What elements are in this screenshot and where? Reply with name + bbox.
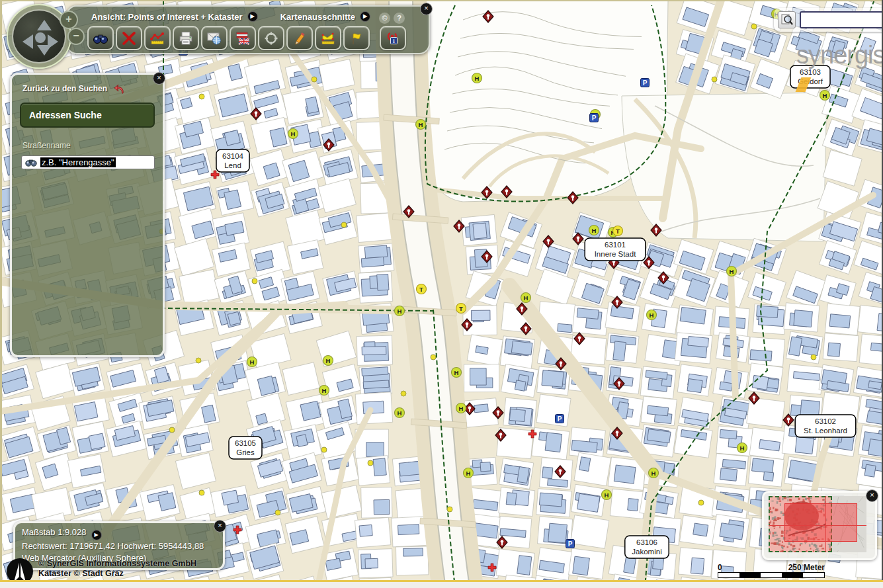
svg-text:H: H bbox=[650, 312, 654, 319]
transit-stop-marker[interactable]: H bbox=[456, 403, 466, 413]
taxi-stand-marker[interactable]: T bbox=[456, 304, 466, 314]
street-node-dot bbox=[811, 355, 816, 360]
pan-compass[interactable]: + − bbox=[7, 4, 87, 71]
parking-marker[interactable]: P bbox=[566, 540, 575, 548]
svg-text:H: H bbox=[398, 409, 402, 417]
transit-stop-marker[interactable]: H bbox=[472, 73, 482, 83]
main-toolbar: Ansicht: Points of Interest + Kataster ▶… bbox=[66, 5, 430, 54]
measure-distance-tool-icon bbox=[149, 31, 165, 46]
svg-text:63102: 63102 bbox=[815, 417, 836, 425]
street-node-dot bbox=[401, 391, 406, 396]
search-panel-title: Adressen Suche bbox=[20, 103, 155, 128]
svg-text:H: H bbox=[605, 491, 609, 499]
overview-close-button[interactable]: × bbox=[866, 489, 878, 502]
svg-text:P: P bbox=[592, 114, 597, 122]
svg-text:H: H bbox=[398, 308, 402, 315]
identify-tool-icon: i bbox=[385, 31, 401, 46]
overview-map[interactable] bbox=[769, 496, 866, 552]
transit-stop-marker[interactable]: H bbox=[647, 310, 657, 320]
parking-marker[interactable]: P bbox=[590, 114, 599, 122]
flag-tool-button[interactable] bbox=[343, 26, 370, 50]
pan-east-arrow-icon[interactable] bbox=[48, 34, 58, 49]
compass-center-dot[interactable] bbox=[35, 32, 46, 43]
toolbar-close-button[interactable]: × bbox=[420, 3, 433, 15]
search-document-icon bbox=[780, 13, 794, 26]
svg-text:H: H bbox=[466, 470, 471, 477]
transit-stop-marker[interactable]: H bbox=[323, 356, 333, 366]
measure-area-tool-button[interactable] bbox=[315, 26, 341, 50]
pan-west-arrow-icon[interactable] bbox=[22, 34, 33, 49]
compass-face bbox=[12, 9, 66, 63]
transit-stop-marker[interactable]: H bbox=[521, 293, 531, 303]
transit-stop-marker[interactable]: H bbox=[464, 468, 474, 478]
svg-text:H: H bbox=[291, 130, 296, 138]
redline-tool-icon bbox=[292, 31, 308, 46]
clear-selection-tool-button[interactable] bbox=[116, 26, 142, 50]
svg-text:H: H bbox=[652, 470, 656, 477]
taxi-stand-marker[interactable]: T bbox=[417, 284, 427, 294]
window-frame bbox=[0, 0, 883, 1]
copyright-button[interactable]: © bbox=[379, 13, 390, 24]
clear-selection-tool-icon bbox=[121, 31, 137, 46]
quick-search-button[interactable] bbox=[778, 11, 796, 28]
transit-stop-marker[interactable]: H bbox=[452, 368, 462, 378]
transit-stop-marker[interactable]: H bbox=[395, 306, 405, 316]
parking-marker[interactable]: P bbox=[556, 415, 564, 423]
tool-button-row: i bbox=[87, 26, 406, 50]
zoom-out-button[interactable]: − bbox=[67, 28, 85, 45]
print-tool-button[interactable] bbox=[173, 26, 199, 50]
transit-stop-marker[interactable]: H bbox=[737, 443, 747, 453]
street-node-dot bbox=[199, 490, 204, 495]
street-node-dot bbox=[751, 24, 757, 29]
redline-tool-button[interactable] bbox=[286, 26, 313, 50]
parking-marker[interactable]: P bbox=[641, 79, 650, 87]
search-tool-button[interactable] bbox=[87, 26, 114, 50]
svg-text:P: P bbox=[643, 79, 648, 87]
language-tool-button[interactable] bbox=[230, 26, 256, 50]
quick-search-input[interactable] bbox=[800, 11, 883, 28]
back-to-searches-link[interactable]: Zurück zu den Suchen bbox=[22, 83, 163, 95]
transit-stop-marker[interactable]: H bbox=[589, 226, 599, 235]
scale-expand-icon[interactable]: ▶ bbox=[91, 530, 102, 540]
measure-distance-tool-button[interactable] bbox=[144, 26, 171, 50]
transit-stop-marker[interactable]: H bbox=[727, 267, 737, 276]
svg-text:Gries: Gries bbox=[236, 448, 255, 456]
svg-text:Jakomini: Jakomini bbox=[632, 548, 661, 556]
transit-stop-marker[interactable]: H bbox=[395, 408, 405, 418]
taxi-stand-marker[interactable]: T bbox=[613, 226, 623, 236]
svg-text:63104: 63104 bbox=[222, 152, 244, 160]
help-button[interactable]: ? bbox=[394, 13, 405, 24]
back-to-searches-label: Zurück zu den Suchen bbox=[22, 84, 107, 93]
overview-extent-rectangle[interactable] bbox=[784, 503, 857, 542]
view-selector-expand-icon[interactable]: ▶ bbox=[247, 11, 258, 22]
transit-stop-marker[interactable]: H bbox=[247, 357, 257, 367]
transit-stop-marker[interactable]: H bbox=[416, 120, 426, 130]
svg-text:P: P bbox=[558, 415, 562, 423]
transit-stop-marker[interactable]: H bbox=[319, 386, 329, 396]
district-label-63102: 63102St. Leonhard bbox=[795, 415, 856, 437]
transit-stop-marker[interactable]: H bbox=[602, 490, 612, 500]
svg-text:H: H bbox=[322, 387, 327, 394]
view-selector[interactable]: Ansicht: Points of Interest + Kataster bbox=[91, 12, 243, 22]
svg-text:H: H bbox=[459, 405, 464, 412]
map-extents-selector[interactable]: Kartenausschnitte bbox=[280, 12, 355, 22]
pan-north-arrow-icon[interactable] bbox=[37, 20, 52, 30]
map-extents-expand-icon[interactable]: ▶ bbox=[360, 11, 370, 22]
street-node-dot bbox=[712, 77, 717, 82]
binoculars-icon bbox=[25, 158, 37, 167]
back-arrow-icon bbox=[114, 83, 128, 95]
zoom-in-button[interactable]: + bbox=[60, 11, 78, 29]
synergis-logo: synergis bbox=[796, 41, 883, 98]
district-label-63106: 63106Jakomini bbox=[625, 536, 669, 558]
identify-tool-button[interactable]: i bbox=[380, 26, 406, 50]
street-name-input[interactable]: z.B. "Herrengasse" bbox=[21, 155, 155, 169]
transit-stop-marker[interactable]: H bbox=[288, 129, 298, 139]
svg-text:H: H bbox=[454, 369, 459, 376]
send-map-tool-button[interactable] bbox=[201, 26, 228, 50]
transit-stop-marker[interactable]: H bbox=[649, 468, 659, 478]
svg-text:H: H bbox=[250, 358, 255, 366]
status-panel-close-button[interactable]: × bbox=[214, 520, 226, 532]
copyright-line: Kataster © Stadt Graz bbox=[38, 569, 196, 579]
center-map-tool-button[interactable] bbox=[258, 26, 284, 50]
search-panel-close-button[interactable]: × bbox=[153, 72, 165, 85]
